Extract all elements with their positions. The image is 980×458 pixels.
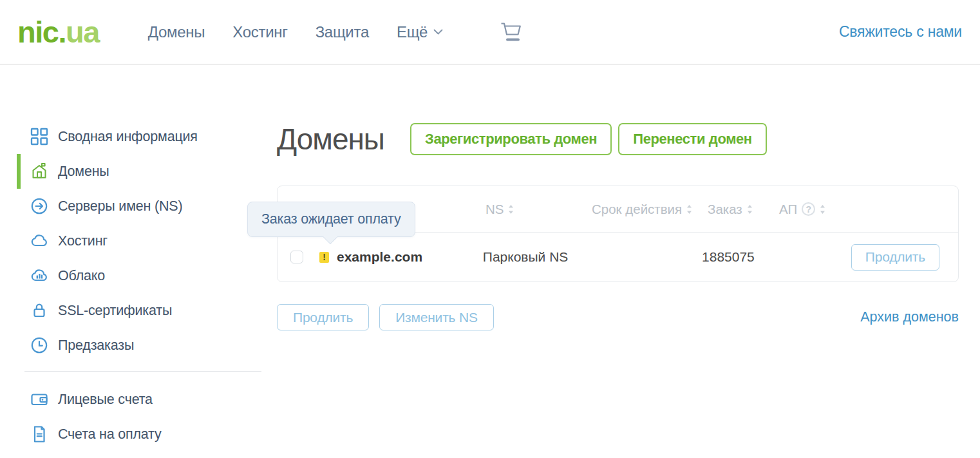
sidebar-item-label: SSL-сертификаты (58, 303, 172, 319)
wallet-icon (30, 390, 48, 408)
sidebar-item-label: Предзаказы (58, 338, 134, 354)
bulk-change-ns-button[interactable]: Изменить NS (379, 304, 494, 330)
warning-icon[interactable]: ! (319, 252, 329, 263)
contact-link[interactable]: Свяжитесь с нами (839, 23, 962, 41)
sort-icon (508, 204, 514, 215)
nav-item-hosting[interactable]: Хостинг (232, 23, 287, 41)
nav-item-domains[interactable]: Домены (148, 23, 205, 41)
tooltip-text: Заказ ожидает оплату (261, 211, 401, 227)
grid-icon (30, 128, 48, 146)
column-header-ns[interactable]: NS (485, 202, 592, 217)
sort-icon (747, 204, 753, 215)
sidebar-item-invoices[interactable]: Счета на оплату (17, 417, 277, 452)
ns-cell: Парковый NS (483, 249, 588, 265)
order-cell: 1885075 (702, 249, 772, 265)
lock-icon (30, 301, 48, 320)
sidebar-item-label: Серверы имен (NS) (58, 198, 182, 215)
cart-button[interactable] (498, 21, 523, 43)
sidebar-item-cloud[interactable]: Облако (17, 258, 277, 293)
sidebar: Сводная информация Домены (0, 65, 277, 452)
home-icon (30, 162, 48, 180)
nav-item-more[interactable]: Ещё (397, 23, 443, 41)
top-nav: nic.ua Домены Хостинг Защита Ещё (0, 0, 980, 65)
logo[interactable]: nic.ua (17, 17, 99, 47)
sidebar-item-name-servers[interactable]: Серверы имен (NS) (17, 189, 277, 224)
bulk-actions-row: Продлить Изменить NS Архив доменов (277, 304, 959, 330)
logo-primary: nic. (17, 15, 66, 49)
page-title: Домены (277, 122, 388, 157)
clock-icon (30, 336, 48, 354)
transfer-domain-button[interactable]: Перенести домен (618, 123, 767, 155)
sidebar-item-accounts[interactable]: Лицевые счета (17, 382, 277, 417)
column-header-expiry[interactable]: Срок действия (592, 202, 708, 217)
sidebar-item-label: Сводная информация (58, 129, 198, 145)
tooltip-order-pending: Заказ ожидает оплату (247, 202, 415, 237)
sidebar-item-label: Лицевые счета (58, 392, 153, 408)
sidebar-item-domains[interactable]: Домены (17, 154, 277, 189)
help-icon[interactable]: ? (802, 202, 815, 216)
main-menu: Домены Хостинг Защита Ещё (148, 21, 523, 43)
bulk-renew-button[interactable]: Продлить (277, 304, 369, 330)
cloud-icon (30, 232, 48, 250)
table-row: ! example.com Парковый NS 1885075 Продли… (278, 233, 958, 281)
nav-item-more-label: Ещё (397, 23, 428, 41)
sidebar-item-summary[interactable]: Сводная информация (17, 119, 277, 154)
domain-name[interactable]: example.com (337, 249, 422, 265)
sidebar-divider (24, 371, 261, 372)
cart-icon (498, 21, 523, 43)
page: nic.ua Домены Хостинг Защита Ещё (0, 0, 980, 458)
register-domain-button[interactable]: Зарегистрировать домен (410, 123, 612, 155)
chevron-down-icon (433, 29, 443, 35)
sidebar-item-label: Хостинг (58, 233, 108, 249)
row-checkbox[interactable] (290, 251, 303, 263)
sidebar-item-ssl-certificates[interactable]: SSL-сертификаты (17, 293, 277, 328)
nav-item-protection[interactable]: Защита (316, 23, 369, 41)
title-row: Домены Зарегистрировать домен Перенести … (277, 122, 960, 156)
sidebar-item-hosting[interactable]: Хостинг (17, 224, 277, 258)
content: Сводная информация Домены (0, 65, 980, 452)
archive-domains-link[interactable]: Архив доменов (860, 309, 959, 325)
sidebar-item-label: Облако (58, 268, 105, 284)
sort-icon (820, 204, 825, 215)
invoice-icon (30, 425, 48, 443)
column-header-order[interactable]: Заказ (708, 202, 779, 217)
main-panel: Домены Зарегистрировать домен Перенести … (277, 65, 980, 452)
sidebar-item-label: Счета на оплату (58, 426, 162, 443)
sidebar-item-preorders[interactable]: Предзаказы (17, 328, 277, 363)
arrow-circle-icon (30, 197, 48, 215)
sort-icon (686, 204, 692, 215)
column-header-ap[interactable]: АП ? (779, 202, 859, 217)
sidebar-item-label: Домены (58, 164, 109, 180)
row-renew-button[interactable]: Продлить (851, 244, 939, 271)
cloud-chart-icon (30, 267, 48, 285)
logo-secondary: ua (66, 15, 99, 49)
